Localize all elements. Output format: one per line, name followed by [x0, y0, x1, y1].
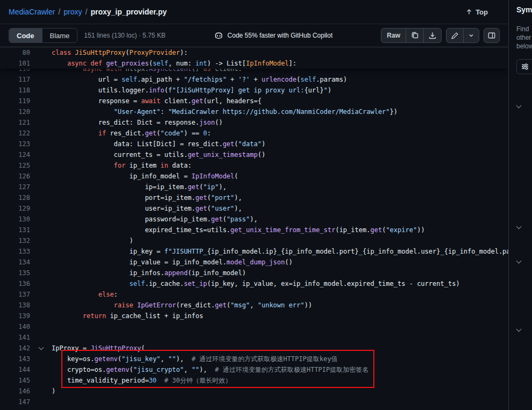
- line-number[interactable]: 121: [0, 117, 30, 128]
- code-text: ip_infos.append(ip_info_model): [52, 268, 246, 278]
- symbols-panel-hint: Find other below: [516, 25, 532, 51]
- code-line: 132 ): [0, 235, 508, 246]
- code-line: 139 return ip_cache_list + ip_infos: [0, 311, 508, 321]
- line-number[interactable]: 129: [0, 203, 30, 214]
- line-number[interactable]: 147: [0, 397, 30, 407]
- line-number[interactable]: 142: [0, 343, 30, 354]
- fold-spacer: [30, 182, 52, 192]
- code-line: 120 "User-Agent": "MediaCrawler https://…: [0, 106, 508, 117]
- line-number[interactable]: 120: [0, 106, 30, 117]
- code-line: 121 res_dict: Dict = response.json(): [0, 117, 508, 128]
- chevron-down-icon[interactable]: [517, 221, 521, 231]
- copilot-banner[interactable]: Code 55% faster with GitHub Copilot: [214, 31, 332, 40]
- code-line: 123 data: List[Dict] = res_dict.get("dat…: [0, 139, 508, 149]
- fold-spacer: [30, 58, 52, 69]
- line-number[interactable]: 125: [0, 160, 30, 171]
- fold-spacer: [30, 117, 52, 128]
- line-number[interactable]: 123: [0, 139, 30, 149]
- line-number[interactable]: 145: [0, 375, 30, 386]
- breadcrumb-file-name: proxy_ip_provider.py: [90, 8, 167, 16]
- line-number[interactable]: 134: [0, 257, 30, 268]
- line-number[interactable]: 119: [0, 96, 30, 106]
- line-number[interactable]: 137: [0, 289, 30, 300]
- fold-spacer: [30, 246, 52, 257]
- code-text: response = await client.get(url, headers…: [52, 96, 261, 106]
- breadcrumb-folder-link[interactable]: proxy: [63, 8, 82, 16]
- fold-spacer: [30, 192, 52, 203]
- code-line: 122 if res_dict.get("code") == 0:: [0, 128, 508, 139]
- code-line: 146): [0, 386, 508, 397]
- edit-button[interactable]: [446, 28, 463, 42]
- copilot-text: Code 55% faster with GitHub Copilot: [228, 32, 332, 39]
- code-text: url = self.api_path + "/fetchips" + '?' …: [52, 74, 347, 85]
- line-number[interactable]: 146: [0, 386, 30, 397]
- github-code-view: MediaCrawler / proxy / proxy_ip_provider…: [0, 0, 532, 410]
- line-number[interactable]: 136: [0, 278, 30, 289]
- line-number[interactable]: 128: [0, 192, 30, 203]
- line-number[interactable]: 141: [0, 332, 30, 343]
- line-number[interactable]: 126: [0, 171, 30, 182]
- fold-spacer: [30, 171, 52, 182]
- code-text: user=ip_item.get("user"),: [52, 203, 242, 214]
- line-number[interactable]: 132: [0, 235, 30, 246]
- fold-spacer: [30, 397, 52, 407]
- chevron-down-icon[interactable]: [517, 100, 521, 110]
- line-number[interactable]: 139: [0, 311, 30, 321]
- line-number[interactable]: 133: [0, 246, 30, 257]
- code-text: ip_key = f"JISUHTTP_{ip_info_model.ip}_{…: [52, 246, 508, 257]
- chevron-down-icon[interactable]: [517, 255, 521, 265]
- breadcrumb-separator: /: [58, 8, 60, 16]
- code-text: ip_info_model = IpInfoModel(: [52, 171, 238, 182]
- tab-blame[interactable]: Blame: [42, 28, 77, 42]
- line-number[interactable]: 130: [0, 214, 30, 225]
- chevron-down-icon[interactable]: [517, 323, 521, 333]
- code-line: 136 self.ip_cache.set_ip(ip_key, ip_valu…: [0, 278, 508, 289]
- line-number[interactable]: 122: [0, 128, 30, 139]
- symbols-toggle-button[interactable]: [484, 28, 500, 43]
- code-text: raise IpGetError(res_dict.get("msg", "un…: [52, 300, 312, 311]
- line-number[interactable]: 124: [0, 149, 30, 160]
- line-number[interactable]: 127: [0, 182, 30, 192]
- raw-button[interactable]: Raw: [381, 28, 406, 42]
- code-line: 80class JiSuHttpProxy(ProxyProvider):: [0, 47, 508, 58]
- line-number[interactable]: 101: [0, 58, 30, 69]
- code-text: class JiSuHttpProxy(ProxyProvider):: [52, 47, 188, 58]
- download-button[interactable]: [423, 28, 441, 42]
- code-line: 140: [0, 321, 508, 332]
- line-number[interactable]: 131: [0, 225, 30, 235]
- line-number[interactable]: 138: [0, 300, 30, 311]
- hint-line: below: [516, 42, 532, 51]
- fold-spacer: [30, 332, 52, 343]
- code-line: 142IpProxy = JiSuHttpProxy(: [0, 343, 508, 354]
- filter-button[interactable]: [516, 59, 532, 74]
- code-text: else:: [52, 289, 118, 300]
- line-number[interactable]: 117: [0, 74, 30, 85]
- code-text: return ip_cache_list + ip_infos: [52, 311, 203, 321]
- edit-dropdown-button[interactable]: [463, 28, 479, 42]
- code-text: crypto=os.getenv("jisu_crypto", ""), # 通…: [52, 364, 368, 375]
- code-text: time_validity_period=30 # 30分钟（最长时效）: [52, 375, 231, 386]
- line-number[interactable]: 80: [0, 47, 30, 58]
- back-to-top-button[interactable]: Top: [461, 6, 492, 18]
- code-line: 130 password=ip_item.get("pass"),: [0, 214, 508, 225]
- main-column: MediaCrawler / proxy / proxy_ip_provider…: [0, 0, 508, 410]
- code-text: for ip_item in data:: [52, 160, 191, 171]
- tab-code[interactable]: Code: [9, 28, 42, 42]
- fold-spacer: [30, 300, 52, 311]
- file-toolbar: Code Blame 151 lines (130 loc) · 5.75 KB…: [0, 24, 508, 47]
- line-number[interactable]: 135: [0, 268, 30, 278]
- code-line: 124 current_ts = utils.get_unix_timestam…: [0, 149, 508, 160]
- line-number[interactable]: 144: [0, 364, 30, 375]
- line-number[interactable]: 140: [0, 321, 30, 332]
- file-stats: 151 lines (130 loc) · 5.75 KB: [84, 32, 165, 39]
- line-number[interactable]: 143: [0, 354, 30, 364]
- fold-spacer: [30, 74, 52, 85]
- breadcrumb-repo-link[interactable]: MediaCrawler: [9, 8, 55, 16]
- chevron-down-icon: [468, 32, 474, 39]
- fold-spacer: [30, 257, 52, 268]
- copy-button[interactable]: [406, 28, 423, 42]
- side-panel-icon: [487, 31, 496, 40]
- fold-chevron-icon[interactable]: [30, 343, 52, 354]
- line-number[interactable]: 118: [0, 85, 30, 96]
- arrow-up-icon: [465, 8, 473, 16]
